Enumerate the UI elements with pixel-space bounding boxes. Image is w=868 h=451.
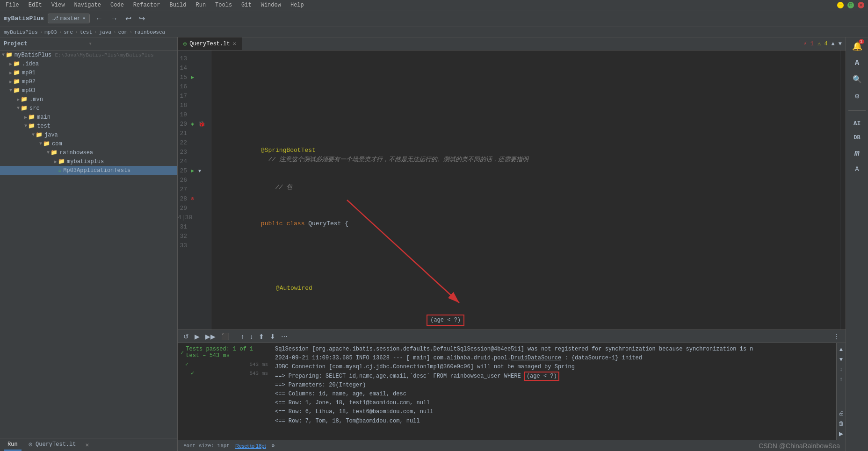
scroll-up-button[interactable]: ▲ [837, 345, 846, 353]
expand-arrow-icon: ▶ [54, 168, 57, 173]
menu-file[interactable]: File [4, 1, 21, 9]
menu-git[interactable]: Git [239, 1, 253, 9]
stop-button[interactable]: ⬛ [219, 332, 231, 341]
menu-code[interactable]: Code [108, 1, 126, 9]
tab-querytest[interactable]: ◎ QueryTest.lt [25, 439, 80, 451]
import-button[interactable]: ⬇ [268, 332, 277, 341]
trash-button[interactable]: 🗑 [837, 419, 846, 428]
breadcrumb-item[interactable]: rainbowsea [134, 29, 165, 35]
sidebar-item-src[interactable]: ▼ 📁 src [0, 104, 177, 113]
expand-arrow-icon: ▼ [17, 106, 20, 111]
close-button[interactable]: ✕ [858, 2, 864, 8]
test-case-row[interactable]: ✓ 543 ms [180, 369, 269, 378]
run-console-button[interactable]: ▶ [837, 430, 845, 438]
sidebar-header: Project ▾ [0, 37, 177, 50]
run-button[interactable]: ▶ [193, 332, 202, 341]
sidebar-item-java[interactable]: ▼ 📁 java [0, 130, 177, 139]
minimize-button[interactable]: — [837, 2, 844, 8]
nav-back-button[interactable]: ← [94, 14, 105, 24]
line-number: 16 [178, 82, 191, 92]
settings-icon[interactable]: ⚙ [271, 443, 275, 449]
print-button[interactable]: 🖨 [837, 409, 846, 417]
tree-item-label: mp03 [22, 87, 36, 94]
editor-tab-querytest[interactable]: ◎ QueryTest.lt ✕ [178, 37, 242, 50]
breadcrumb-item[interactable]: java [99, 29, 111, 35]
close-tab-icon[interactable]: ✕ [233, 40, 236, 47]
expand-arrow-icon: ▶ [24, 115, 27, 120]
line-number: 18 [178, 101, 191, 110]
sidebar-item-mp01[interactable]: ▶ 📁 mp01 [0, 68, 177, 77]
menu-view[interactable]: View [50, 1, 67, 9]
scroll-left-button[interactable]: ↕ [838, 375, 845, 382]
db-icon[interactable]: DB [854, 135, 860, 141]
notifications-icon[interactable]: 🔔 1 [852, 41, 862, 51]
run-all-button[interactable]: ▶▶ [203, 332, 217, 341]
breadcrumb-item[interactable]: com [118, 29, 128, 35]
next-fail-button[interactable]: ↓ [248, 332, 255, 341]
code-content[interactable]: @SpringBootTest // 注意这个测试必须要有一个场景类才行，不然是… [211, 50, 840, 329]
wordbook-icon[interactable]: A [855, 165, 859, 173]
sidebar-item-rainbowsea[interactable]: ▼ 📁 rainbowsea [0, 148, 177, 157]
branch-button[interactable]: ⎇ master ▾ [48, 14, 90, 23]
maximize-button[interactable]: □ [847, 2, 854, 8]
error-count: ⚡ 1 [803, 40, 814, 47]
line-number: 29 [178, 204, 191, 213]
nav-redo-button[interactable]: ↪ [137, 13, 147, 24]
editor-tab-label: QueryTest.lt [189, 41, 230, 47]
scroll-right-button[interactable]: ↕ [838, 365, 845, 373]
menu-navigate[interactable]: Navigate [72, 1, 103, 9]
sidebar-item-mvn[interactable]: ▶ 📁 .mvn [0, 95, 177, 104]
menu-run[interactable]: Run [194, 1, 208, 9]
sidebar-item-test[interactable]: ▼ 📁 test [0, 122, 177, 130]
java-test-icon: ◎ [183, 40, 187, 47]
run-gutter-icon[interactable]: ▶ [191, 73, 198, 82]
breadcrumb-item[interactable]: myBatisPlus [4, 29, 38, 35]
breadcrumb: myBatisPlus › mp03 › src › test › java ›… [0, 27, 868, 37]
breadcrumb-item[interactable]: mp03 [44, 29, 57, 35]
sidebar-item-com[interactable]: ▼ 📁 com [0, 139, 177, 148]
sidebar-item-mybatisplus-pkg[interactable]: ▶ 📁 mybatisplus [0, 157, 177, 166]
tab-run[interactable]: Run [4, 439, 22, 451]
search-icon[interactable]: 🔍 [853, 75, 862, 84]
debug-gutter-icon[interactable]: 🐞 [198, 120, 206, 129]
sidebar-item-mp03[interactable]: ▼ 📁 mp03 [0, 86, 177, 95]
prev-fail-button[interactable]: ↑ [239, 332, 246, 341]
menu-help[interactable]: Help [289, 1, 306, 9]
test-suite-row[interactable]: ✓ 543 ms [180, 360, 269, 369]
font-reset-button[interactable]: Reset to 18pt [235, 443, 266, 449]
menu-window[interactable]: Window [259, 1, 283, 9]
sidebar-item-idea[interactable]: ▶ 📁 .idea [0, 59, 177, 68]
sidebar-item-mybatisplus[interactable]: ▼ 📁 myBatisPlus E:\Java\MyBatis-Plus\myB… [0, 50, 177, 59]
chevron-up-icon[interactable]: ▲ [832, 41, 835, 47]
scroll-down-button[interactable]: ▼ [837, 355, 846, 364]
sidebar-item-mp02[interactable]: ▶ 📁 mp02 [0, 77, 177, 86]
menu-tools[interactable]: Tools [213, 1, 234, 9]
fold-icon[interactable]: ▼ [198, 168, 206, 175]
settings-icon[interactable]: ⚙ [855, 92, 860, 101]
nav-undo-button[interactable]: ↩ [123, 13, 133, 24]
sidebar-item-main[interactable]: ▶ 📁 main [0, 113, 177, 122]
maven-icon[interactable]: m [854, 149, 860, 158]
menu-edit[interactable]: EdIt [27, 1, 44, 9]
close-tab-icon[interactable]: ✕ [85, 441, 89, 449]
menu-build[interactable]: Build [167, 1, 188, 9]
log-line: <== Columns: id, name, age, email, desc [275, 390, 832, 399]
checkmark-icon: ✓ [181, 349, 184, 356]
nav-forward-button[interactable]: → [108, 14, 120, 24]
export-button[interactable]: ⬆ [257, 332, 266, 341]
code-editor: 13 14 15 ▶ [178, 50, 846, 329]
line-number: 33 [178, 241, 191, 251]
rerun-button[interactable]: ↺ [181, 332, 191, 341]
vertical-scrollbar[interactable] [840, 50, 846, 329]
ai-icon[interactable]: AI [854, 120, 861, 127]
breadcrumb-item[interactable]: src [64, 29, 73, 35]
translate-icon[interactable]: A [855, 59, 860, 67]
menu-refactor[interactable]: Refactor [131, 1, 162, 9]
chevron-down-icon[interactable]: ▼ [839, 41, 842, 47]
settings-console-button[interactable]: ⋮ [832, 332, 842, 341]
more-button[interactable]: ⋯ [279, 332, 289, 341]
run-gutter-icon[interactable]: ▶ [191, 167, 198, 175]
sidebar: Project ▾ ▼ 📁 myBatisPlus E:\Java\MyBati… [0, 37, 178, 451]
sidebar-item-mp03applicationtests[interactable]: ▶ ☕ Mp03ApplicationTests [0, 166, 177, 175]
breadcrumb-item[interactable]: test [80, 29, 92, 35]
